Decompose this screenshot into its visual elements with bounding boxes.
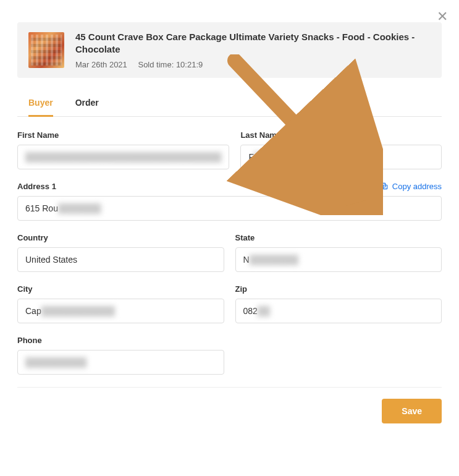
phone-label: Phone (17, 336, 224, 345)
country-field[interactable]: United States (17, 247, 224, 272)
first-name-label: First Name (17, 130, 229, 140)
country-value: United States (25, 255, 77, 265)
product-thumbnail (28, 32, 64, 68)
last-name-blur: █████████ (254, 152, 309, 162)
product-meta: Mar 26th 2021 Sold time: 10:21:9 (75, 60, 431, 69)
tab-buyer[interactable]: Buyer (28, 91, 53, 117)
address1-blur: ███████ (58, 203, 101, 213)
phone-value: ██████████ (25, 357, 86, 367)
close-icon[interactable]: ✕ (437, 10, 448, 23)
first-name-field[interactable]: ████████████████████████████████ (17, 145, 229, 169)
zip-field[interactable]: 082██ (235, 299, 442, 323)
city-clear: Cap (25, 306, 41, 316)
buyer-form: First Name █████████████████████████████… (0, 117, 459, 375)
first-name-value: ████████████████████████████████ (25, 152, 221, 162)
zip-clear: 082 (243, 306, 258, 316)
zip-blur: ██ (258, 306, 270, 316)
tab-order[interactable]: Order (75, 91, 99, 117)
product-header: 45 Count Crave Box Care Package Ultimate… (17, 22, 442, 78)
footer: Save (0, 388, 459, 435)
country-label: Country (17, 233, 224, 242)
state-field[interactable]: N████████ (235, 247, 442, 272)
zip-label: Zip (235, 284, 442, 294)
sold-time: Sold time: 10:21:9 (138, 60, 203, 69)
order-date: Mar 26th 2021 (75, 60, 127, 69)
city-field[interactable]: Cap████████████ (17, 299, 224, 323)
address1-label: Address 1 (17, 182, 56, 191)
city-label: City (17, 284, 224, 294)
state-blur: ████████ (250, 255, 298, 265)
copy-icon (380, 182, 389, 190)
address1-field[interactable]: 615 Rou███████ (17, 196, 442, 221)
last-name-label: Last Name (240, 130, 442, 140)
last-name-clear: F (248, 152, 254, 162)
state-label: State (235, 233, 442, 242)
state-clear: N (243, 255, 250, 265)
tab-bar: Buyer Order (17, 91, 442, 117)
product-title: 45 Count Crave Box Care Package Ultimate… (75, 31, 431, 56)
copy-address-label: Copy address (392, 182, 442, 191)
save-button[interactable]: Save (382, 399, 442, 423)
address1-clear: 615 Rou (25, 203, 58, 213)
copy-address-button[interactable]: Copy address (380, 182, 442, 191)
city-blur: ████████████ (41, 306, 115, 316)
phone-field[interactable]: ██████████ (17, 350, 224, 375)
last-name-field[interactable]: F█████████ (240, 145, 442, 169)
